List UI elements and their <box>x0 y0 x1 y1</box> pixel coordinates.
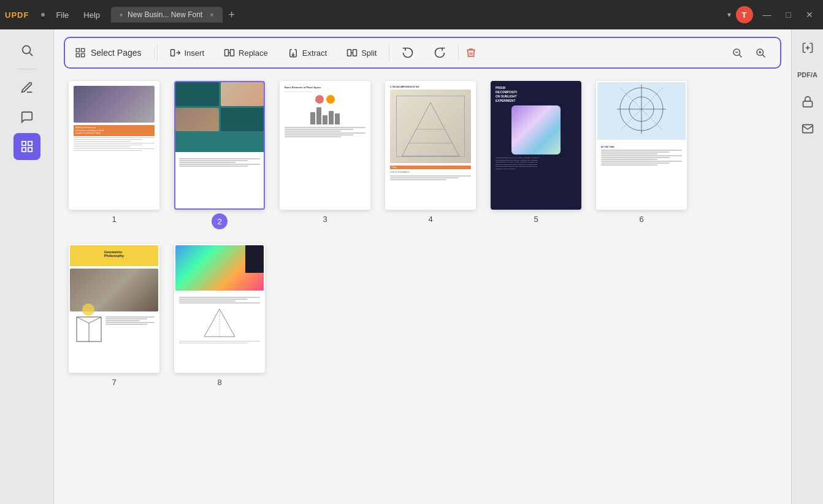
content-area: Select Pages Insert Replace <box>54 29 791 504</box>
page-thumb-1[interactable]: Building environmentinformation modellin… <box>69 81 159 210</box>
menu-file[interactable]: File <box>50 8 75 22</box>
rotate-right-icon <box>434 47 446 59</box>
page-number-3: 3 <box>323 215 327 224</box>
page-number-4: 4 <box>428 215 432 224</box>
extract-label: Extract <box>302 48 327 58</box>
page-number-badge-2: 2 <box>212 213 228 229</box>
svg-line-27 <box>762 55 765 57</box>
maximize-button[interactable]: □ <box>781 10 796 20</box>
svg-rect-10 <box>170 50 174 56</box>
svg-marker-40 <box>204 309 235 337</box>
svg-line-1 <box>29 53 33 56</box>
svg-line-38 <box>89 317 101 323</box>
page-thumb-3[interactable]: Basic Elements of Plane Space ──────────… <box>280 81 370 210</box>
svg-rect-20 <box>348 50 351 56</box>
page-thumb-5[interactable]: PRISMDECOMPOSITION SUNLIGHTEXPERIMENT Su… <box>491 81 581 210</box>
page-item-3[interactable]: Basic Elements of Plane Space ──────────… <box>280 81 370 229</box>
svg-line-24 <box>739 55 741 57</box>
page-item-2[interactable]: 2 <box>174 81 265 229</box>
tab-label: New Busin... New Font <box>128 10 202 19</box>
minimize-button[interactable]: — <box>758 10 776 20</box>
sidebar-icon-comment[interactable] <box>13 104 40 131</box>
svg-rect-7 <box>82 48 85 52</box>
page-thumb-4[interactable]: II. THE DECOMPOSITION OF THE String LIN <box>385 81 476 210</box>
split-icon <box>346 47 358 58</box>
sidebar-icon-pages[interactable] <box>13 133 40 160</box>
insert-icon <box>170 47 181 58</box>
zoom-out-button[interactable] <box>727 43 747 63</box>
svg-rect-4 <box>21 148 25 151</box>
titlebar-menu: File Help <box>50 8 106 22</box>
svg-rect-21 <box>353 50 357 56</box>
toolbar-sep-3 <box>458 44 459 61</box>
left-sidebar <box>0 29 54 504</box>
toolbar: Select Pages Insert Replace <box>64 37 781 69</box>
page-item-7[interactable]: GeometricPhilosophy <box>69 244 159 387</box>
sidebar-icon-search[interactable] <box>13 37 40 64</box>
right-icon-convert[interactable] <box>797 37 819 59</box>
logo-dot: · <box>41 13 45 17</box>
zoom-in-icon <box>755 47 766 58</box>
delete-button[interactable] <box>461 43 481 63</box>
page8-triangle-svg <box>201 306 238 340</box>
page-number-8: 8 <box>217 378 221 387</box>
user-avatar[interactable]: T <box>736 6 753 23</box>
page-thumb-2[interactable] <box>174 81 265 210</box>
rotate-left-button[interactable] <box>392 43 424 63</box>
svg-rect-8 <box>76 54 79 57</box>
page-item-6[interactable]: AT THE TIME <box>596 81 687 229</box>
svg-rect-15 <box>231 50 234 56</box>
page-item-8[interactable]: 8 <box>174 244 265 387</box>
insert-label: Insert <box>185 48 205 58</box>
close-button[interactable]: ✕ <box>801 10 818 20</box>
page-number-1: 1 <box>112 215 116 224</box>
page-thumb-6[interactable]: AT THE TIME <box>596 81 687 210</box>
page-number-6: 6 <box>639 215 643 224</box>
select-pages-section[interactable]: Select Pages <box>75 47 155 58</box>
page-number-7: 7 <box>112 378 116 387</box>
page-thumb-8[interactable] <box>174 244 265 373</box>
page6-geometry-svg <box>614 82 669 137</box>
page-number-5: 5 <box>534 215 538 224</box>
svg-rect-2 <box>21 142 25 145</box>
page-item-1[interactable]: Building environmentinformation modellin… <box>69 81 159 229</box>
zoom-out-icon <box>732 47 743 58</box>
page-item-4[interactable]: II. THE DECOMPOSITION OF THE String LIN <box>385 81 476 229</box>
svg-rect-14 <box>225 50 229 56</box>
main-layout: Select Pages Insert Replace <box>0 29 823 504</box>
tab-dropdown-button[interactable]: ▾ <box>727 10 731 19</box>
svg-rect-6 <box>76 48 79 52</box>
svg-rect-9 <box>82 54 85 57</box>
menu-help[interactable]: Help <box>77 8 106 22</box>
svg-point-0 <box>22 46 30 54</box>
split-label: Split <box>361 48 377 58</box>
delete-icon <box>465 47 477 58</box>
extract-button[interactable]: Extract <box>278 44 337 62</box>
titlebar: UPDF · File Help ▾ New Busin... New Font… <box>0 0 823 29</box>
insert-button[interactable]: Insert <box>160 44 215 62</box>
page-thumb-7[interactable]: GeometricPhilosophy <box>69 244 159 373</box>
rotate-right-button[interactable] <box>424 43 456 63</box>
replace-button[interactable]: Replace <box>214 44 278 62</box>
extract-icon <box>288 47 299 58</box>
replace-label: Replace <box>239 48 268 58</box>
svg-rect-44 <box>803 101 812 107</box>
titlebar-controls: ▾ T — □ ✕ <box>727 6 818 23</box>
toolbar-sep-1 <box>157 44 158 61</box>
page7-box-svg <box>74 314 104 345</box>
page-grid: Building environmentinformation modellin… <box>54 69 791 504</box>
new-tab-button[interactable]: + <box>223 9 242 21</box>
split-button[interactable]: Split <box>337 44 386 62</box>
select-pages-icon <box>75 47 86 58</box>
page-item-5[interactable]: PRISMDECOMPOSITION SUNLIGHTEXPERIMENT Su… <box>491 81 581 229</box>
tab-close-button[interactable]: × <box>210 11 213 18</box>
app-logo: UPDF <box>5 10 29 20</box>
sidebar-icon-edit[interactable] <box>13 74 40 101</box>
right-sidebar: PDF/A <box>791 29 823 504</box>
right-icon-protect[interactable] <box>797 91 819 113</box>
right-icon-pdfa[interactable]: PDF/A <box>797 64 819 86</box>
tab-active[interactable]: ▾ New Busin... New Font × <box>111 7 222 23</box>
logo-text: UPDF <box>5 10 29 20</box>
right-icon-share[interactable] <box>797 118 819 140</box>
zoom-in-button[interactable] <box>751 43 770 63</box>
